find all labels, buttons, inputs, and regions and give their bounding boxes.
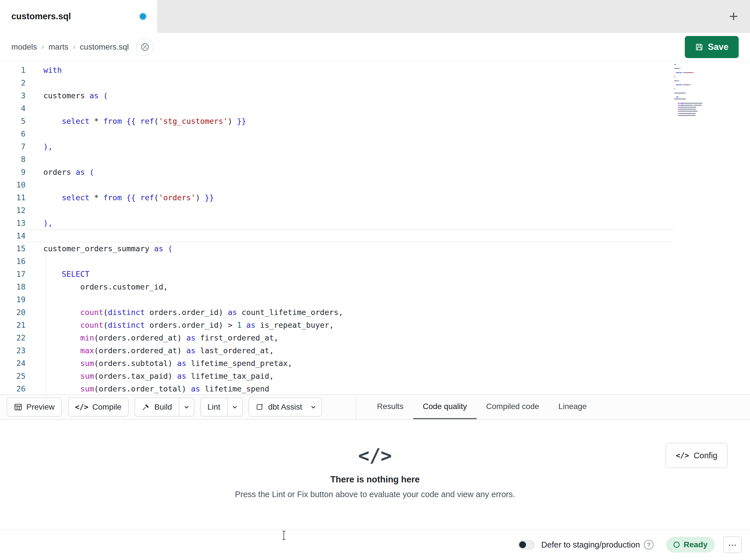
more-options-button[interactable]: ⋯ [723, 537, 742, 553]
code-token: orders.customer_id, [43, 283, 168, 291]
code-line[interactable]: 13), [0, 217, 750, 229]
docs-generate-button[interactable] [136, 38, 154, 56]
compass-icon [140, 42, 150, 52]
save-button[interactable]: Save [685, 36, 739, 58]
code-text[interactable]: ), [25, 217, 673, 229]
code-line[interactable]: 3customers as ( [0, 89, 750, 102]
code-text[interactable] [25, 102, 673, 115]
code-text[interactable]: count(distinct orders.order_id) as count… [25, 306, 673, 319]
breadcrumb-file[interactable]: customers.sql [80, 42, 129, 51]
code-line[interactable]: 18 orders.customer_id, [0, 281, 750, 293]
code-token: from [103, 193, 122, 202]
code-line[interactable]: 26 sum(orders.order_total) as lifetime_s… [0, 382, 750, 395]
code-text[interactable]: select * from {{ ref('stg_customers') }} [25, 115, 673, 127]
help-icon[interactable]: ? [644, 540, 654, 549]
breadcrumb-marts[interactable]: marts [48, 42, 68, 51]
code-text[interactable]: ), [25, 140, 673, 153]
status-badge[interactable]: Ready [666, 537, 715, 553]
tab-results[interactable]: Results [368, 395, 413, 419]
preview-button[interactable]: Preview [7, 398, 62, 416]
chevron-down-icon[interactable] [179, 398, 194, 416]
code-line[interactable]: 5 select * from {{ ref('stg_customers') … [0, 115, 750, 127]
code-text[interactable] [25, 153, 673, 166]
code-token [43, 308, 80, 317]
code-line[interactable]: 19 [0, 293, 750, 306]
config-button[interactable]: </> Config [666, 443, 727, 468]
code-line[interactable]: 24 sum(orders.subtotal) as lifetime_spen… [0, 357, 750, 370]
code-text[interactable]: customers as ( [25, 89, 673, 102]
code-line[interactable]: 17 SELECT [0, 268, 750, 281]
minimap-line [674, 97, 717, 98]
chevron-down-icon[interactable] [309, 398, 321, 416]
code-text[interactable]: with [25, 64, 673, 77]
code-line[interactable]: 7), [0, 140, 750, 153]
code-line[interactable]: 9orders as ( [0, 166, 750, 179]
code-text[interactable]: count(distinct orders.order_id) > 1 as i… [25, 319, 673, 331]
code-text[interactable]: select * from {{ ref('orders') }} [25, 191, 673, 204]
code-text[interactable]: max(orders.ordered_at) as last_ordered_a… [25, 344, 673, 357]
code-line[interactable]: 6 [0, 127, 750, 140]
minimap-segment [686, 72, 692, 73]
code-token [43, 372, 80, 380]
file-tab-customers-sql[interactable]: customers.sql [0, 0, 158, 33]
lint-button[interactable]: Lint [200, 398, 242, 416]
minimap-line [674, 105, 717, 106]
minimap-segment [690, 84, 691, 85]
code-token: ( [103, 308, 108, 317]
minimap-segment [674, 113, 678, 114]
code-text[interactable] [25, 77, 673, 89]
defer-toggle[interactable] [518, 540, 534, 549]
new-tab-button[interactable]: + [725, 7, 743, 25]
code-token: orders [43, 168, 76, 177]
code-line[interactable]: 22 min(orders.ordered_at) as first_order… [0, 331, 750, 344]
code-line[interactable]: 23 max(orders.ordered_at) as last_ordere… [0, 344, 750, 357]
code-token: * [90, 117, 103, 125]
code-line[interactable]: 11 select * from {{ ref('orders') }} [0, 191, 750, 204]
tab-compiled-code[interactable]: Compiled code [477, 395, 549, 419]
tab-code-quality[interactable]: Code quality [413, 395, 477, 419]
code-line[interactable]: 20 count(distinct orders.order_id) as co… [0, 306, 750, 319]
code-text[interactable] [25, 229, 673, 242]
button-label: Preview [26, 402, 55, 412]
code-text[interactable]: orders.customer_id, [25, 281, 673, 293]
code-text[interactable]: customer_orders_summary as ( [25, 242, 673, 255]
minimap[interactable] [674, 64, 717, 117]
code-token: with [43, 66, 62, 75]
code-text[interactable] [25, 179, 673, 191]
code-text[interactable]: SELECT [25, 268, 673, 281]
code-text[interactable]: sum(orders.subtotal) as lifetime_spend_p… [25, 357, 673, 370]
code-line[interactable]: 4 [0, 102, 750, 115]
code-line[interactable]: 16 [0, 255, 750, 268]
line-number: 6 [0, 127, 25, 140]
code-text[interactable] [25, 293, 673, 306]
code-line[interactable]: 12 [0, 204, 750, 217]
minimap-line [674, 78, 717, 79]
code-editor[interactable]: 1with23customers as (45 select * from {{… [0, 61, 750, 395]
code-token: (orders.tax_paid) [94, 372, 177, 380]
line-number: 25 [0, 370, 25, 382]
code-text[interactable]: orders as ( [25, 166, 673, 179]
line-number: 10 [0, 179, 25, 191]
code-text[interactable] [25, 255, 673, 268]
code-text[interactable] [25, 204, 673, 217]
code-line[interactable]: 1with [0, 64, 750, 77]
code-text[interactable]: sum(orders.order_total) as lifetime_spen… [25, 382, 673, 395]
code-text[interactable]: sum(orders.tax_paid) as lifetime_tax_pai… [25, 370, 673, 382]
code-token [43, 346, 80, 355]
breadcrumb-models[interactable]: models [11, 42, 37, 51]
code-line[interactable]: 14 [0, 229, 750, 242]
dbt-assist-button[interactable]: dbt Assist [249, 398, 322, 416]
tab-lineage[interactable]: Lineage [549, 395, 596, 419]
code-line[interactable]: 2 [0, 77, 750, 89]
code-line[interactable]: 25 sum(orders.tax_paid) as lifetime_tax_… [0, 370, 750, 382]
code-text[interactable] [25, 127, 673, 140]
code-line[interactable]: 8 [0, 153, 750, 166]
code-line[interactable]: 21 count(distinct orders.order_id) > 1 a… [0, 319, 750, 331]
code-text[interactable]: min(orders.ordered_at) as first_ordered_… [25, 331, 673, 344]
chevron-down-icon[interactable] [227, 398, 242, 416]
compile-button[interactable]: </>Compile [68, 398, 129, 416]
code-line[interactable]: 15customer_orders_summary as ( [0, 242, 750, 255]
code-token: select [62, 193, 90, 202]
code-line[interactable]: 10 [0, 179, 750, 191]
build-button[interactable]: Build [135, 398, 194, 416]
